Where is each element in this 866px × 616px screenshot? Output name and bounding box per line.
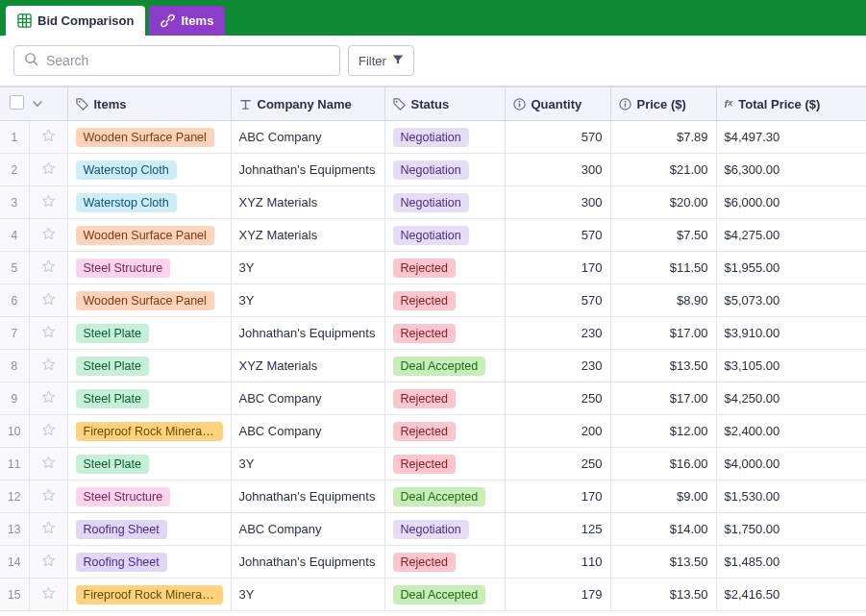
cell-price[interactable]: $7.89 — [610, 121, 716, 154]
cell-quantity[interactable]: 300 — [505, 154, 610, 186]
header-items[interactable]: Items — [67, 87, 231, 121]
row-star[interactable] — [29, 121, 67, 154]
table-row[interactable]: 1Wooden Surface PanelABC CompanyNegotiat… — [0, 121, 866, 154]
cell-company[interactable]: ABC Company — [231, 513, 384, 546]
cell-price[interactable]: $21.00 — [610, 154, 716, 186]
table-row[interactable]: 13Roofing SheetABC CompanyNegotiation125… — [0, 513, 866, 546]
header-company[interactable]: Company Name — [231, 87, 384, 121]
cell-status[interactable]: Rejected — [384, 284, 505, 317]
header-select[interactable] — [0, 87, 67, 121]
row-star[interactable] — [29, 480, 67, 513]
cell-status[interactable]: Rejected — [384, 448, 505, 480]
cell-company[interactable]: 3Y — [231, 284, 384, 317]
table-row[interactable]: 12Steel StructureJohnathan's EquipmentsD… — [0, 480, 866, 513]
row-star[interactable] — [29, 284, 67, 317]
cell-price[interactable]: $7.50 — [610, 219, 716, 252]
cell-items[interactable]: Waterstop Cloth — [67, 186, 231, 219]
cell-price[interactable]: $12.00 — [610, 415, 716, 448]
row-star[interactable] — [29, 513, 67, 546]
cell-status[interactable]: Rejected — [384, 252, 505, 284]
cell-quantity[interactable]: 179 — [505, 579, 610, 611]
cell-items[interactable]: Steel Plate — [67, 350, 231, 382]
cell-items[interactable]: Steel Structure — [67, 480, 231, 513]
cell-price[interactable]: $11.50 — [610, 252, 716, 284]
cell-price[interactable]: $8.90 — [610, 284, 716, 317]
cell-company[interactable]: 3Y — [231, 252, 384, 284]
cell-status[interactable]: Negotiation — [384, 186, 505, 219]
header-quantity[interactable]: Quantity — [505, 87, 610, 121]
cell-total[interactable]: $4,250.00 — [716, 382, 866, 415]
cell-total[interactable]: $2,416.50 — [716, 579, 866, 611]
cell-quantity[interactable]: 230 — [505, 350, 610, 382]
cell-items[interactable]: Steel Structure — [67, 252, 231, 284]
table-row[interactable]: 7Steel PlateJohnathan's EquipmentsReject… — [0, 317, 866, 350]
cell-total[interactable]: $1,485.00 — [716, 546, 866, 579]
table-row[interactable]: 6Wooden Surface Panel3YRejected570$8.90$… — [0, 284, 866, 317]
cell-total[interactable]: $4,275.00 — [716, 219, 866, 252]
table-row[interactable]: 5Steel Structure3YRejected170$11.50$1,95… — [0, 252, 866, 284]
table-row[interactable]: 14Roofing SheetJohnathan's EquipmentsRej… — [0, 546, 866, 579]
cell-price[interactable]: $17.00 — [610, 382, 716, 415]
cell-items[interactable]: Roofing Sheet — [67, 546, 231, 579]
cell-total[interactable]: $5,073.00 — [716, 284, 866, 317]
cell-items[interactable]: Steel Plate — [67, 382, 231, 415]
cell-quantity[interactable]: 570 — [505, 121, 610, 154]
row-star[interactable] — [29, 350, 67, 382]
search-input[interactable] — [46, 53, 330, 68]
cell-company[interactable]: Johnathan's Equipments — [231, 546, 384, 579]
row-star[interactable] — [29, 186, 67, 219]
cell-quantity[interactable]: 170 — [505, 252, 610, 284]
cell-company[interactable]: Johnathan's Equipments — [231, 154, 384, 186]
cell-quantity[interactable]: 110 — [505, 546, 610, 579]
cell-items[interactable]: Fireproof Rock Mineral Wool — [67, 415, 231, 448]
cell-total[interactable]: $1,750.00 — [716, 513, 866, 546]
cell-status[interactable]: Negotiation — [384, 121, 505, 154]
cell-quantity[interactable]: 170 — [505, 480, 610, 513]
cell-total[interactable]: $3,910.00 — [716, 317, 866, 350]
cell-quantity[interactable]: 570 — [505, 284, 610, 317]
chevron-down-icon[interactable] — [32, 98, 43, 110]
cell-company[interactable]: ABC Company — [231, 415, 384, 448]
row-star[interactable] — [29, 579, 67, 611]
cell-company[interactable]: ABC Company — [231, 121, 384, 154]
cell-status[interactable]: Negotiation — [384, 154, 505, 186]
cell-total[interactable]: $4,497.30 — [716, 121, 866, 154]
table-row[interactable]: 4Wooden Surface PanelXYZ MaterialsNegoti… — [0, 219, 866, 252]
row-star[interactable] — [29, 219, 67, 252]
row-star[interactable] — [29, 448, 67, 480]
row-star[interactable] — [29, 154, 67, 186]
cell-quantity[interactable]: 200 — [505, 415, 610, 448]
cell-status[interactable]: Deal Accepted — [384, 480, 505, 513]
cell-price[interactable]: $9.00 — [610, 480, 716, 513]
cell-items[interactable]: Wooden Surface Panel — [67, 121, 231, 154]
cell-status[interactable]: Rejected — [384, 317, 505, 350]
cell-status[interactable]: Deal Accepted — [384, 350, 505, 382]
cell-status[interactable]: Negotiation — [384, 513, 505, 546]
cell-status[interactable]: Rejected — [384, 415, 505, 448]
cell-price[interactable]: $20.00 — [610, 186, 716, 219]
row-star[interactable] — [29, 317, 67, 350]
table-row[interactable]: 11Steel Plate3YRejected250$16.00$4,000.0… — [0, 448, 866, 480]
cell-quantity[interactable]: 300 — [505, 186, 610, 219]
cell-company[interactable]: XYZ Materials — [231, 186, 384, 219]
table-row[interactable]: 8Steel PlateXYZ MaterialsDeal Accepted23… — [0, 350, 866, 382]
cell-quantity[interactable]: 250 — [505, 382, 610, 415]
cell-status[interactable]: Rejected — [384, 382, 505, 415]
header-total[interactable]: fxTotal Price ($) — [716, 87, 866, 121]
table-row[interactable]: 2Waterstop ClothJohnathan's EquipmentsNe… — [0, 154, 866, 186]
cell-total[interactable]: $6,300.00 — [716, 154, 866, 186]
cell-total[interactable]: $1,955.00 — [716, 252, 866, 284]
row-star[interactable] — [29, 382, 67, 415]
row-star[interactable] — [29, 415, 67, 448]
table-row[interactable]: 15Fireproof Rock Mineral Wool3YDeal Acce… — [0, 579, 866, 611]
cell-items[interactable]: Steel Plate — [67, 448, 231, 480]
cell-total[interactable]: $3,105.00 — [716, 350, 866, 382]
cell-items[interactable]: Waterstop Cloth — [67, 154, 231, 186]
cell-company[interactable]: Johnathan's Equipments — [231, 480, 384, 513]
tab-items[interactable]: Items — [149, 6, 225, 36]
header-price[interactable]: Price ($) — [610, 87, 716, 121]
select-all-checkbox[interactable] — [10, 95, 24, 110]
table-row[interactable]: 9Steel PlateABC CompanyRejected250$17.00… — [0, 382, 866, 415]
cell-quantity[interactable]: 230 — [505, 317, 610, 350]
cell-quantity[interactable]: 125 — [505, 513, 610, 546]
